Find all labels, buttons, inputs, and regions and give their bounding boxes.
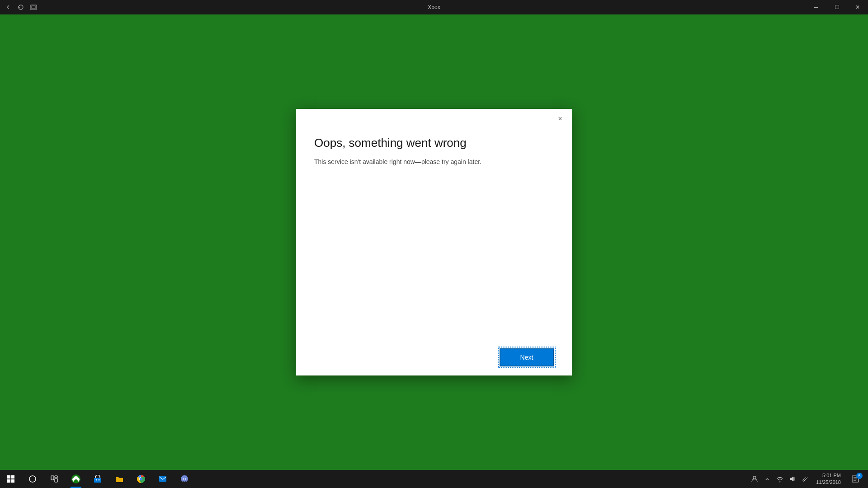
svg-point-19 — [185, 479, 186, 480]
svg-rect-8 — [55, 476, 57, 478]
taskbar-chrome-app[interactable] — [130, 470, 152, 488]
wifi-icon[interactable] — [774, 470, 785, 488]
system-clock[interactable]: 5:01 PM 11/25/2018 — [812, 472, 844, 486]
people-icon[interactable] — [749, 470, 760, 488]
svg-rect-7 — [51, 476, 54, 480]
svg-rect-3 — [11, 475, 14, 479]
error-dialog: × Oops, something went wrong This servic… — [296, 109, 572, 375]
notification-badge: 5 — [856, 473, 863, 479]
dialog-footer: Next — [296, 339, 572, 375]
notification-center-button[interactable]: 5 — [846, 470, 864, 488]
taskbar: 5:01 PM 11/25/2018 5 — [0, 470, 868, 488]
title-bar-controls: ─ ☐ ✕ — [806, 0, 868, 14]
start-button[interactable] — [0, 470, 22, 488]
title-bar: Xbox ─ ☐ ✕ — [0, 0, 868, 14]
svg-rect-5 — [11, 479, 14, 483]
dialog-message: This service isn't available right now—p… — [314, 157, 554, 167]
title-bar-left — [0, 3, 38, 12]
dialog-title: Oops, something went wrong — [314, 136, 554, 150]
taskbar-store-app[interactable] — [87, 470, 108, 488]
taskbar-mail-app[interactable] — [152, 470, 174, 488]
capture-button[interactable] — [29, 3, 38, 12]
svg-rect-9 — [55, 479, 57, 482]
volume-icon[interactable] — [787, 470, 798, 488]
taskbar-left — [0, 470, 195, 488]
taskbar-discord-app[interactable] — [174, 470, 195, 488]
minimize-button[interactable]: ─ — [806, 0, 826, 14]
main-content: × Oops, something went wrong This servic… — [0, 14, 868, 470]
svg-rect-4 — [7, 479, 10, 483]
taskbar-right: 5:01 PM 11/25/2018 5 — [749, 470, 868, 488]
svg-rect-1 — [32, 6, 35, 9]
svg-rect-11 — [94, 478, 101, 483]
back-button[interactable] — [4, 3, 13, 12]
maximize-button[interactable]: ☐ — [826, 0, 847, 14]
dialog-body: Oops, something went wrong This service … — [296, 109, 572, 339]
svg-point-6 — [29, 476, 36, 482]
chevron-up-icon[interactable] — [762, 470, 773, 488]
search-button[interactable] — [22, 470, 43, 488]
refresh-button[interactable] — [16, 3, 25, 12]
task-view-button[interactable] — [43, 470, 65, 488]
svg-point-12 — [96, 479, 97, 481]
svg-point-21 — [779, 482, 780, 483]
window-title: Xbox — [428, 4, 440, 10]
taskbar-xbox-app[interactable] — [65, 470, 87, 488]
taskbar-explorer-app[interactable] — [108, 470, 130, 488]
svg-rect-2 — [7, 475, 10, 479]
svg-rect-17 — [159, 476, 166, 482]
svg-point-20 — [753, 476, 756, 479]
svg-point-18 — [183, 479, 184, 480]
pen-icon[interactable] — [800, 470, 811, 488]
dialog-close-button[interactable]: × — [555, 113, 566, 124]
svg-point-16 — [140, 478, 142, 480]
svg-point-13 — [99, 479, 100, 481]
next-button[interactable]: Next — [500, 348, 554, 366]
close-button[interactable]: ✕ — [847, 0, 868, 14]
